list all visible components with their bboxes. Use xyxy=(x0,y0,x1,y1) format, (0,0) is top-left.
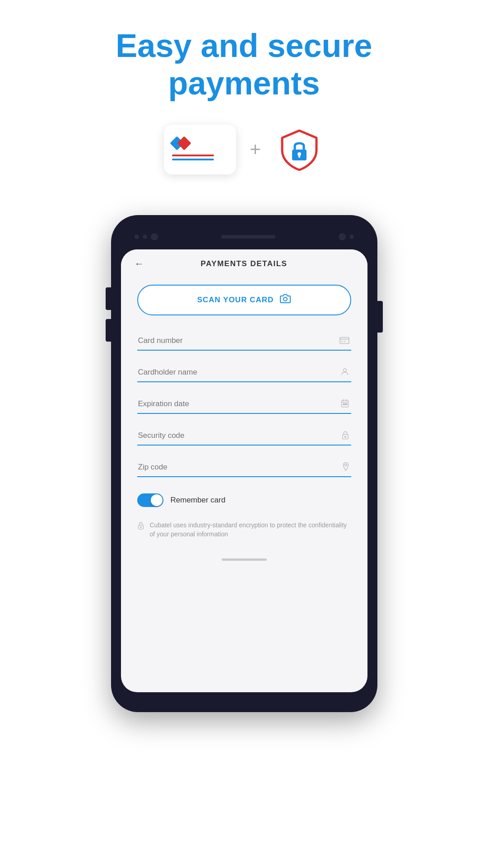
speaker-bar xyxy=(221,235,275,239)
rear-camera xyxy=(339,233,346,240)
svg-point-18 xyxy=(344,464,347,466)
svg-point-20 xyxy=(140,526,141,527)
card-line-blue xyxy=(172,159,214,160)
power-button xyxy=(377,301,383,333)
svg-rect-2 xyxy=(298,155,300,158)
toggle-knob xyxy=(151,494,163,506)
plus-icon: + xyxy=(250,139,261,160)
icons-row: + xyxy=(164,125,324,174)
phone-screen: ← PAYMENTS DETAILS SCAN YOUR CARD xyxy=(121,249,367,692)
rear-sensor xyxy=(349,235,354,239)
person-icon xyxy=(340,367,349,378)
remember-card-toggle[interactable] xyxy=(137,493,163,507)
front-sensor2 xyxy=(143,235,147,239)
security-code-field xyxy=(137,427,351,446)
phone-top-bar xyxy=(121,229,367,245)
app-bar-title: PAYMENTS DETAILS xyxy=(201,259,288,268)
home-indicator xyxy=(121,554,367,563)
camera-icon xyxy=(280,293,291,307)
security-notice: Cubatel uses industry-standard encryptio… xyxy=(137,519,351,541)
card-number-field xyxy=(137,332,351,351)
notice-text: Cubatel uses industry-standard encryptio… xyxy=(150,521,351,539)
main-title: Easy and secure payments xyxy=(116,27,372,102)
cardholder-name-field xyxy=(137,363,351,382)
svg-point-3 xyxy=(284,297,287,301)
camera-right xyxy=(339,233,354,240)
svg-rect-13 xyxy=(343,404,344,405)
front-camera xyxy=(151,233,158,240)
svg-rect-15 xyxy=(346,404,347,405)
card-diamonds xyxy=(172,138,189,148)
notice-lock-icon xyxy=(137,521,144,532)
header-section: Easy and secure payments + xyxy=(0,0,488,215)
svg-point-8 xyxy=(343,368,346,371)
location-icon xyxy=(342,462,349,473)
expiration-date-field xyxy=(137,395,351,414)
back-button[interactable]: ← xyxy=(135,258,144,270)
volume-up-button xyxy=(106,287,111,310)
cardholder-name-input[interactable] xyxy=(137,363,351,382)
card-icon-box xyxy=(164,125,236,174)
svg-rect-14 xyxy=(344,404,346,405)
home-bar xyxy=(222,558,267,561)
zip-code-input[interactable] xyxy=(137,458,351,477)
svg-rect-4 xyxy=(340,337,349,343)
front-sensor xyxy=(135,235,139,239)
expiration-date-input[interactable] xyxy=(137,395,351,414)
calendar-icon xyxy=(340,399,349,410)
phone-outer: ← PAYMENTS DETAILS SCAN YOUR CARD xyxy=(111,215,377,712)
svg-point-17 xyxy=(344,436,346,437)
shield-icon-box xyxy=(274,125,324,174)
volume-down-button xyxy=(106,319,111,342)
card-lines xyxy=(172,155,228,160)
scan-card-button[interactable]: SCAN YOUR CARD xyxy=(137,285,351,315)
card-number-input[interactable] xyxy=(137,332,351,351)
scan-button-label: SCAN YOUR CARD xyxy=(197,296,274,305)
camera-dots xyxy=(135,233,158,240)
lock-icon xyxy=(341,430,349,441)
zip-code-field xyxy=(137,458,351,477)
security-code-input[interactable] xyxy=(137,427,351,446)
card-number-icon xyxy=(339,336,349,346)
phone-container: ← PAYMENTS DETAILS SCAN YOUR CARD xyxy=(111,215,377,712)
shield-icon xyxy=(277,127,322,172)
remember-card-label: Remember card xyxy=(171,496,226,505)
card-line-red xyxy=(172,155,214,156)
app-bar: ← PAYMENTS DETAILS xyxy=(121,249,367,276)
phone-content: SCAN YOUR CARD xyxy=(121,276,367,554)
remember-card-row: Remember card xyxy=(137,490,351,511)
